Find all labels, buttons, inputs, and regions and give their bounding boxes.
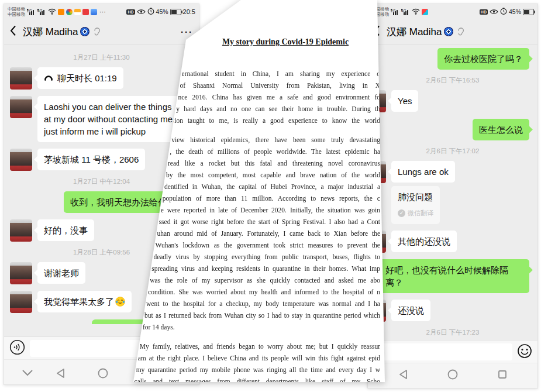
- document-text-line: population of more than 11 million. Acco…: [163, 192, 380, 204]
- message-row: 其他的还没说: [368, 231, 537, 253]
- contact-avatar[interactable]: [10, 67, 32, 90]
- app-icon-browser: [66, 9, 73, 15]
- message-row: 好吧，也没有说什么时候解除隔离？: [368, 259, 537, 293]
- battery-percent: 45%: [509, 8, 521, 15]
- translation-bubble[interactable]: 肺没问题✓微信翻译: [391, 186, 440, 224]
- document-text-line: went to the hospital for a checkup, my b…: [146, 298, 380, 310]
- message-text: 聊天时长 01:19: [57, 73, 117, 83]
- document-text-line: condition. She was worried about my heal…: [148, 286, 380, 298]
- document-text-line: am at the right place. I believe China a…: [138, 352, 380, 364]
- back-icon[interactable]: [10, 25, 16, 39]
- contact-avatar[interactable]: [10, 291, 32, 313]
- hd-badge: HD: [480, 9, 488, 15]
- received-message-bubble[interactable]: 还没说: [391, 300, 430, 321]
- eye-protection-icon: [490, 6, 498, 17]
- check-icon: ✓: [398, 209, 405, 217]
- message-row: 肺没问题✓微信翻译: [368, 186, 537, 224]
- hide-keyboard-icon[interactable]: [22, 368, 33, 379]
- document-text-line: was the role of my supervisor as she qui…: [150, 274, 380, 286]
- chat-header: 汉娜 Madiha: [368, 19, 537, 44]
- document-photo: My story during Covid-19 Epidemic ernati…: [129, 0, 393, 384]
- message-input[interactable]: [373, 343, 512, 360]
- received-message-bubble[interactable]: 聊天时长 01:19: [37, 67, 123, 89]
- alarm-icon: [500, 6, 507, 17]
- battery-icon: [523, 9, 534, 15]
- received-message-bubble[interactable]: Yes: [391, 90, 418, 112]
- translation-source: 微信翻译: [408, 207, 433, 219]
- message-text: 好的，没事: [44, 225, 88, 235]
- message-text: 其他的还没说: [398, 236, 450, 246]
- message-text: 我觉得苹果太多了: [44, 297, 114, 307]
- document-text-line: dentified in Wuhan, the capital of Hubei…: [164, 181, 380, 192]
- document-text-line: y hard days and no one can see their hom…: [176, 103, 380, 115]
- smiley-icon[interactable]: [517, 343, 532, 361]
- sent-message-bubble[interactable]: 好吧，也没有说什么时候解除隔离？: [379, 259, 529, 293]
- document-text-line: read like a rocket but this fatal and th…: [168, 157, 380, 169]
- document-text-line: ssed it got worse right before the start…: [159, 216, 380, 228]
- chat-date: 2月6日 下午16:53: [368, 76, 537, 85]
- signal-strength-icon: 4G: [37, 9, 46, 15]
- document-text-line: My family, relatives, and friends began …: [140, 341, 380, 352]
- document-text-line: uhan around mid of January. Fortunately,…: [157, 228, 380, 239]
- received-message-bubble[interactable]: Lungs are ok: [391, 161, 455, 183]
- document-title: My story during Covid-19 Epidemic: [211, 37, 360, 47]
- contact-name: 汉娜 Madiha: [23, 25, 78, 39]
- message-row: 你去过校医院了吗？: [368, 48, 537, 70]
- notification-overflow-dots: ⋯: [99, 8, 106, 16]
- sent-message-bubble[interactable]: 你去过校医院了吗？: [437, 48, 529, 70]
- document-text-line: ernational student in China, I am sharin…: [182, 68, 380, 80]
- message-row: Yes: [368, 90, 537, 112]
- chat-date: 2月6日 下午17:02: [368, 147, 537, 156]
- message-row: 还没说: [368, 300, 537, 322]
- contact-avatar[interactable]: [10, 149, 32, 171]
- message-list: 你去过校医院了吗？2月6日 下午16:53Yes医生怎么说2月6日 下午17:0…: [368, 44, 537, 341]
- contact-avatar[interactable]: [10, 96, 32, 118]
- app-icon-cup: [74, 9, 81, 15]
- message-text: 你去过校医院了吗？: [444, 54, 523, 64]
- message-text: Lungs are ok: [398, 167, 449, 177]
- sent-message-bubble[interactable]: 医生怎么说: [473, 119, 529, 140]
- document-text-line: spreading virus and keeping residents in…: [151, 263, 380, 274]
- document-text-line: my quarantine period my mobile phone was…: [136, 364, 380, 376]
- message-text: 还没说: [398, 305, 424, 315]
- received-message-bubble[interactable]: 我觉得苹果太多了: [37, 291, 132, 312]
- received-message-bubble[interactable]: 其他的还没说: [391, 231, 457, 252]
- phone-handset-icon: [44, 73, 57, 83]
- message-text: 茅坡新城 11 号楼，2606: [44, 154, 139, 164]
- contact-avatar[interactable]: [10, 219, 32, 242]
- document-text-line: nce 2016. China has given me a safe and …: [178, 91, 380, 103]
- translation-label: ✓微信翻译: [398, 207, 433, 219]
- message-text: 肺没问题: [398, 192, 433, 202]
- received-message-bubble[interactable]: 好的，没事: [37, 219, 94, 241]
- carrier-label: 中国移动中国移动: [8, 6, 25, 17]
- document-text-line: but as I returned back from Wuhan city s…: [144, 310, 380, 321]
- nav-recents-icon[interactable]: [498, 370, 507, 381]
- android-nav-bar: [368, 363, 537, 388]
- voice-input-icon[interactable]: [9, 339, 25, 357]
- signal-strength-icon: 4G: [401, 9, 410, 15]
- nav-back-icon[interactable]: [56, 368, 65, 381]
- status-bar: 中国移动中国移动 2G 4G HD 45%: [368, 4, 537, 19]
- document-text-line: deadly virus by stopping everything from…: [153, 251, 380, 263]
- app-icon-colorful: [422, 9, 428, 15]
- contact-avatar[interactable]: [10, 262, 32, 284]
- chat-input-bar: [368, 340, 537, 363]
- message-text: Yes: [398, 96, 412, 106]
- document-text-line: ion taught to me, is really a good exper…: [174, 115, 380, 126]
- received-message-bubble[interactable]: 谢谢老师: [37, 262, 85, 284]
- earpiece-icon: [94, 27, 101, 36]
- nav-back-icon[interactable]: [398, 369, 408, 382]
- document-text-line: , the death of millions of people worldw…: [170, 146, 380, 157]
- signal-strength-icon: 2G: [27, 9, 36, 15]
- laughing-crying-emoji: [115, 297, 125, 307]
- contact-name: 汉娜 Madiha: [387, 25, 442, 39]
- document-page: My story during Covid-19 Epidemic ernati…: [129, 0, 393, 384]
- nav-home-icon[interactable]: [98, 368, 108, 381]
- nav-home-icon[interactable]: [447, 369, 458, 382]
- document-text-line: by the most competent, most capable and …: [166, 169, 380, 181]
- app-icon-cloud: [91, 9, 97, 15]
- app-icon-tejia: [82, 9, 89, 15]
- message-row: Lungs are ok: [368, 161, 537, 183]
- document-text-line: Wuhan's lockdown as the government took …: [155, 239, 380, 251]
- document-text-line: e were reported in late of December 2020…: [161, 204, 380, 216]
